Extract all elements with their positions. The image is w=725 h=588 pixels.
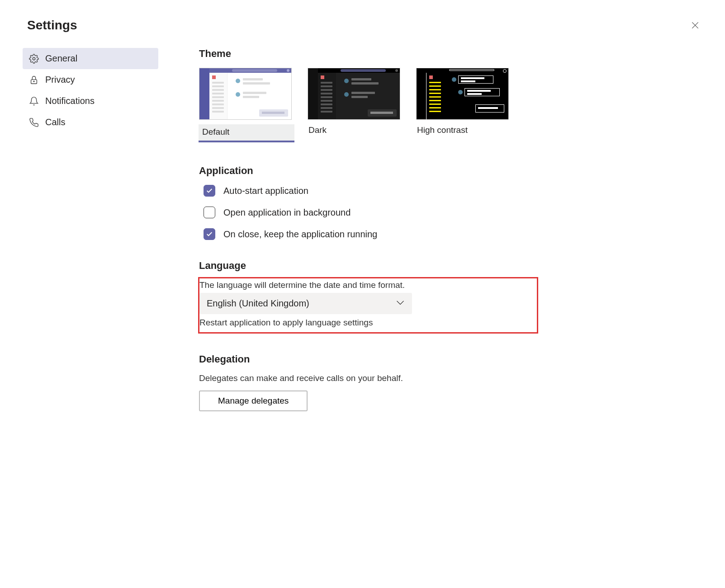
language-highlight-box: The language will determine the date and…: [198, 277, 538, 334]
sidebar-item-label: Calls: [45, 117, 65, 127]
language-restart-note: Restart application to apply language se…: [199, 318, 533, 328]
manage-delegates-button[interactable]: Manage delegates: [199, 390, 308, 411]
sidebar-item-privacy[interactable]: Privacy: [23, 69, 158, 90]
bell-icon: [29, 96, 39, 106]
checkbox-auto-start[interactable]: [204, 185, 215, 197]
gear-icon: [29, 54, 39, 64]
delegation-helper-text: Delegates can make and receive calls on …: [199, 373, 534, 383]
sidebar-item-general[interactable]: General: [23, 48, 158, 69]
theme-label: High contrast: [417, 125, 468, 135]
sidebar-item-notifications[interactable]: Notifications: [23, 90, 158, 112]
checkbox-label: Open application in background: [223, 207, 351, 218]
delegation-heading: Delegation: [199, 353, 534, 365]
theme-option-dark[interactable]: Dark: [308, 68, 403, 142]
application-heading: Application: [199, 165, 534, 177]
lock-icon: [29, 75, 39, 85]
checkbox-open-background[interactable]: [204, 207, 215, 218]
sidebar-item-label: Privacy: [45, 75, 75, 85]
theme-preview-dark: [308, 68, 400, 120]
svg-point-2: [33, 57, 35, 60]
theme-option-high-contrast[interactable]: High contrast: [416, 68, 511, 142]
language-heading: Language: [199, 260, 534, 272]
checkbox-keep-running[interactable]: [204, 228, 215, 240]
theme-label: Dark: [308, 125, 327, 135]
sidebar-item-calls[interactable]: Calls: [23, 112, 158, 133]
theme-preview-high-contrast: [416, 68, 509, 120]
theme-preview-default: [199, 68, 292, 120]
settings-sidebar: General Privacy Notifications Calls: [23, 48, 158, 431]
checkbox-label: Auto-start application: [223, 186, 308, 196]
theme-heading: Theme: [199, 48, 534, 60]
close-button[interactable]: [688, 18, 702, 34]
close-icon: [691, 24, 700, 31]
svg-point-4: [33, 81, 34, 82]
chevron-down-icon: [396, 300, 405, 308]
checkbox-label: On close, keep the application running: [223, 229, 377, 240]
sidebar-item-label: General: [45, 53, 77, 64]
theme-label: Default: [202, 127, 229, 136]
settings-main: Theme: [199, 48, 534, 431]
theme-option-default[interactable]: Default: [199, 68, 294, 142]
page-title: Settings: [27, 18, 77, 33]
language-helper-text: The language will determine the date and…: [199, 280, 533, 290]
sidebar-item-label: Notifications: [45, 96, 95, 106]
language-selected-value: English (United Kingdom): [207, 298, 309, 309]
phone-icon: [29, 118, 39, 127]
language-select[interactable]: English (United Kingdom): [199, 293, 412, 314]
